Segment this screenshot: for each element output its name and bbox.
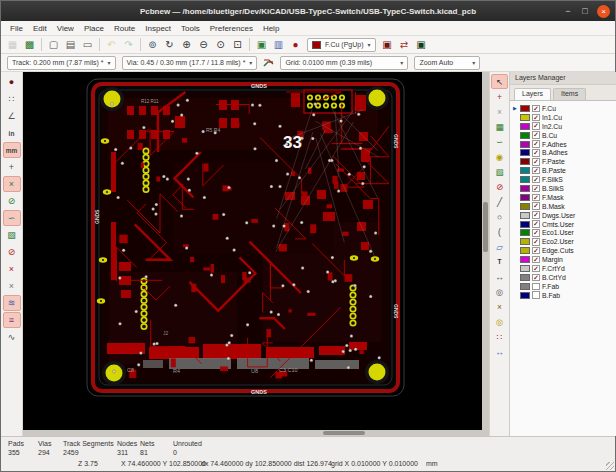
layer-visibility-checkbox[interactable]: ✓: [532, 194, 540, 202]
vertical-scrollbar-thumb[interactable]: [483, 202, 488, 252]
layer-visibility-checkbox[interactable]: ✓: [532, 185, 540, 193]
layer-color-swatch[interactable]: [520, 247, 530, 254]
save-icon[interactable]: ▦: [4, 37, 21, 53]
layer-visibility-checkbox[interactable]: ✓: [532, 167, 540, 175]
layer-color-swatch[interactable]: [520, 105, 530, 112]
route-track-icon[interactable]: ∽: [491, 134, 508, 149]
layer-visibility-checkbox[interactable]: ✓: [532, 131, 540, 139]
delete-tool-icon[interactable]: ×: [491, 299, 508, 314]
add-target-icon[interactable]: ◎: [491, 284, 508, 299]
layer-color-swatch[interactable]: [520, 149, 530, 156]
layer-visibility-checkbox[interactable]: ✓: [532, 176, 540, 184]
layer-color-swatch[interactable]: [520, 176, 530, 183]
layer-visibility-checkbox[interactable]: ✓: [532, 238, 540, 246]
curved-ratsnest-icon[interactable]: ∽: [3, 210, 21, 226]
layer-visibility-checkbox[interactable]: ✓: [532, 105, 540, 113]
maximize-button[interactable]: □: [580, 6, 590, 16]
layer-row[interactable]: ✓Margin: [510, 255, 616, 264]
layer-color-swatch[interactable]: [520, 132, 530, 139]
menu-place[interactable]: Place: [79, 24, 109, 33]
layer-color-swatch[interactable]: [520, 194, 530, 201]
plot-icon[interactable]: ▭: [79, 37, 96, 53]
menu-edit[interactable]: Edit: [28, 24, 52, 33]
board-setup-icon[interactable]: ▩: [21, 37, 38, 53]
add-line-icon[interactable]: ╱: [491, 194, 508, 209]
layer-row[interactable]: ✓In2.Cu: [510, 122, 616, 131]
layer-color-swatch[interactable]: [520, 256, 530, 263]
microwave-tools-icon[interactable]: ∿: [3, 329, 21, 345]
via-size-select[interactable]: Via: 0.45 / 0.30 mm (17.7 / 11.8 mils) *…: [122, 56, 258, 70]
undo-icon[interactable]: ↶: [103, 37, 120, 53]
layer-row[interactable]: ▶✓F.Cu: [510, 104, 616, 113]
layer-row[interactable]: ✓Dwgs.User: [510, 211, 616, 220]
redo-icon[interactable]: ↷: [120, 37, 137, 53]
menu-help[interactable]: Help: [258, 24, 284, 33]
layer-color-swatch[interactable]: [520, 221, 530, 228]
zoom-fit-icon[interactable]: ⊙: [212, 37, 229, 53]
layer-visibility-checkbox[interactable]: ✓: [532, 122, 540, 130]
layer-row[interactable]: ✓Cmts.User: [510, 220, 616, 229]
layer-visibility-checkbox[interactable]: ✓: [532, 247, 540, 255]
layer-row[interactable]: ✓B.CrtYd: [510, 273, 616, 282]
tracks-sketch-icon[interactable]: ≋: [3, 295, 21, 311]
tab-layers[interactable]: Layers: [514, 88, 551, 100]
add-zone-icon[interactable]: ▧: [491, 164, 508, 179]
layer-row[interactable]: ✓B.Mask: [510, 202, 616, 211]
update-pcb-icon[interactable]: ▣: [379, 37, 396, 53]
menu-inspect[interactable]: Inspect: [140, 24, 176, 33]
highlight-net-icon[interactable]: +: [491, 89, 508, 104]
drill-origin-icon[interactable]: ◎: [491, 314, 508, 329]
grid-select[interactable]: Grid: 0.0100 mm (0.39 mils) ▾: [280, 56, 408, 70]
layer-visibility-checkbox[interactable]: ✓: [532, 256, 540, 264]
horizontal-scrollbar-thumb[interactable]: [323, 431, 365, 435]
grid-toggle-icon[interactable]: ∷: [3, 91, 21, 107]
layer-row[interactable]: ✓F.Paste: [510, 157, 616, 166]
titlebar[interactable]: Pcbnew — /home/bluetiger/Dev/KiCAD/USB-T…: [1, 1, 615, 21]
zone-filled-icon[interactable]: ▧: [3, 227, 21, 243]
add-via-icon[interactable]: ◉: [491, 149, 508, 164]
layer-visibility-checkbox[interactable]: ✓: [532, 229, 540, 237]
add-dimension-icon[interactable]: ↔: [491, 269, 508, 284]
active-layer-select[interactable]: F.Cu (PgUp)▾: [307, 38, 376, 52]
cross-probe-icon[interactable]: ⇄: [396, 37, 413, 53]
pads-sketch-icon[interactable]: ×: [3, 261, 21, 277]
layer-visibility-checkbox[interactable]: ✓: [532, 202, 540, 210]
layer-color-swatch[interactable]: [520, 114, 530, 121]
layer-color-swatch[interactable]: [520, 265, 530, 272]
zoom-selection-icon[interactable]: ⊡: [229, 37, 246, 53]
layer-row[interactable]: ✓F.CrtYd: [510, 264, 616, 273]
close-button[interactable]: ×: [597, 5, 610, 18]
zoom-select[interactable]: Zoom Auto ▾: [414, 56, 480, 70]
polar-coords-icon[interactable]: ∠: [3, 108, 21, 124]
layer-row[interactable]: ✓B.Cu: [510, 131, 616, 140]
menu-view[interactable]: View: [52, 24, 79, 33]
layer-visibility-checkbox[interactable]: ✓: [532, 211, 540, 219]
tab-items[interactable]: Items: [553, 88, 586, 100]
track-width-select[interactable]: Track: 0.200 mm (7.87 mils) * ▾: [7, 56, 116, 70]
layer-row[interactable]: ✓F.Adhes: [510, 140, 616, 149]
print-icon[interactable]: ▤: [62, 37, 79, 53]
layer-visibility-checkbox[interactable]: ✓: [532, 274, 540, 282]
auto-track-width-icon[interactable]: [260, 55, 277, 71]
pcb-canvas[interactable]: GNDS GNDS GNDS GNDS GNDS 33 R5 R4 R12 R1…: [23, 72, 482, 436]
minimize-button[interactable]: −: [563, 6, 573, 16]
layer-visibility-checkbox[interactable]: [532, 283, 540, 291]
vias-sketch-icon[interactable]: ×: [3, 278, 21, 294]
zoom-out-icon[interactable]: ⊖: [195, 37, 212, 53]
layer-row[interactable]: F.Fab: [510, 282, 616, 291]
drc-toggle-icon[interactable]: ●: [3, 74, 21, 90]
grid-origin-icon[interactable]: ∷: [491, 329, 508, 344]
menu-preferences[interactable]: Preferences: [205, 24, 258, 33]
layer-row[interactable]: ✓In1.Cu: [510, 113, 616, 122]
zoom-in-icon[interactable]: ⊕: [178, 37, 195, 53]
refresh-icon[interactable]: ↻: [161, 37, 178, 53]
layer-color-swatch[interactable]: [520, 185, 530, 192]
layer-row[interactable]: ✓B.Adhes: [510, 148, 616, 157]
menu-route[interactable]: Route: [109, 24, 140, 33]
layer-color-swatch[interactable]: [520, 283, 530, 290]
layer-row[interactable]: ✓F.Mask: [510, 193, 616, 202]
layer-row[interactable]: ✓B.Paste: [510, 166, 616, 175]
layer-visibility-checkbox[interactable]: ✓: [532, 220, 540, 228]
layer-row[interactable]: B.Fab: [510, 291, 616, 300]
layer-row[interactable]: ✓Eco2.User: [510, 237, 616, 246]
